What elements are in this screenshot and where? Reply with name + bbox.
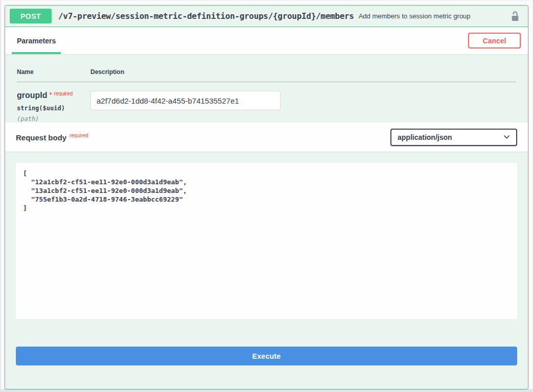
parameters-section-header: Parameters Cancel xyxy=(5,27,528,54)
execute-wrapper: Execute xyxy=(5,319,528,372)
groupid-input[interactable] xyxy=(90,91,281,110)
column-header-description: Description xyxy=(90,63,516,82)
table-row: groupId * required string($uuid) (path) xyxy=(17,82,516,123)
unlocked-padlock-icon xyxy=(509,10,521,22)
endpoint-summary-bar[interactable]: POST /v7-preview/session-metric-definiti… xyxy=(5,6,528,27)
tab-parameters[interactable]: Parameters xyxy=(12,27,61,54)
endpoint-path: /v7-preview/session-metric-definition-gr… xyxy=(58,11,354,21)
parameters-table-area: Name Description groupId * required stri… xyxy=(5,54,528,122)
param-name-cell: groupId * required string($uuid) (path) xyxy=(17,82,90,123)
execute-button[interactable]: Execute xyxy=(16,347,517,365)
chevron-down-icon xyxy=(503,135,510,139)
required-asterisk: * xyxy=(50,91,52,99)
http-method-badge: POST xyxy=(10,9,52,23)
parameters-table: Name Description groupId * required stri… xyxy=(17,63,516,122)
tab-parameters-label: Parameters xyxy=(17,37,56,45)
opblock-post: POST /v7-preview/session-metric-definiti… xyxy=(5,5,528,389)
column-header-name: Name xyxy=(17,63,90,82)
param-description-cell xyxy=(90,82,516,123)
param-type: string($uuid) xyxy=(17,105,90,112)
endpoint-summary-text: Add members to session metric group xyxy=(359,12,471,20)
param-location: (path) xyxy=(17,115,90,122)
request-body-title: Request body xyxy=(16,133,66,142)
content-type-select[interactable]: application/json xyxy=(390,129,517,146)
request-body-editor-area: [ "12a1cbf2-cf51-ee11-92e0-000d3a1d9eab"… xyxy=(5,152,528,319)
page-background: POST /v7-preview/session-metric-definiti… xyxy=(0,0,533,392)
cancel-button[interactable]: Cancel xyxy=(468,33,521,48)
param-name: groupId xyxy=(17,91,48,100)
request-body-section-header: Request body required application/json xyxy=(5,122,528,152)
auth-lock-button[interactable] xyxy=(508,10,522,22)
request-body-required-label: required xyxy=(69,133,88,138)
request-body-textarea[interactable]: [ "12a1cbf2-cf51-ee11-92e0-000d3a1d9eab"… xyxy=(16,163,517,319)
content-type-selected-value: application/json xyxy=(398,133,452,141)
required-label: required xyxy=(54,91,73,96)
